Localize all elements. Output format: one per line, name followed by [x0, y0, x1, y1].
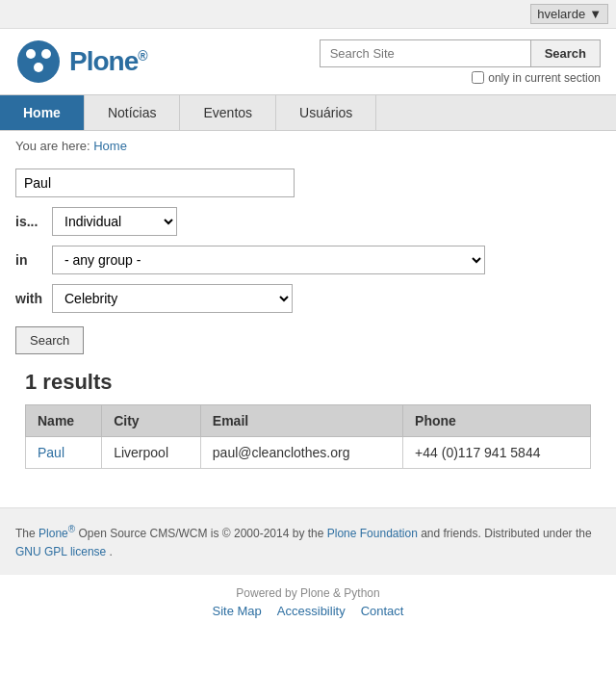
- nav-item-noticias[interactable]: Notícias: [85, 95, 181, 130]
- logo-area: Plone®: [15, 39, 147, 85]
- plone-link[interactable]: Plone®: [38, 527, 75, 540]
- table-row: Paul Liverpool paul@cleanclothes.org +44…: [26, 437, 591, 469]
- main-content: is... Individual Group All in - any grou…: [0, 161, 616, 488]
- top-bar: hvelarde ▼: [0, 0, 616, 29]
- username-label: hvelarde: [537, 7, 585, 21]
- breadcrumb: You are here: Home: [0, 131, 616, 161]
- only-in-section-checkbox[interactable]: [472, 71, 484, 84]
- powered-by: Powered by Plone & Python: [12, 586, 604, 600]
- dropdown-arrow-icon: ▼: [589, 7, 602, 21]
- name-input[interactable]: [15, 168, 295, 197]
- nav-item-eventos[interactable]: Eventos: [180, 95, 276, 130]
- is-row: is... Individual Group All: [15, 207, 601, 236]
- results-table: Name City Email Phone Paul Liverpool pau…: [25, 404, 591, 469]
- cell-email: paul@cleanclothes.org: [200, 437, 402, 469]
- is-select[interactable]: Individual Group All: [52, 207, 177, 236]
- in-row: in - any group -: [15, 246, 601, 274]
- col-email: Email: [200, 405, 402, 437]
- plone-foundation-link[interactable]: Plone Foundation: [327, 527, 418, 540]
- col-phone: Phone: [403, 405, 591, 437]
- name-row: [15, 168, 601, 197]
- logo-text-area: Plone®: [69, 46, 147, 77]
- with-label: with: [15, 291, 44, 306]
- cell-city: Liverpool: [102, 437, 201, 469]
- cell-name: Paul: [26, 437, 102, 469]
- accessibility-link[interactable]: Accessibility: [277, 604, 346, 618]
- footer-text-3: and friends. Distributed under the: [421, 527, 591, 540]
- plone-reg: ®: [68, 524, 75, 534]
- svg-point-1: [26, 49, 36, 59]
- main-nav: Home Notícias Eventos Usuários: [0, 94, 616, 131]
- footer-info: The Plone® Open Source CMS/WCM is © 2000…: [0, 507, 616, 575]
- group-select[interactable]: - any group -: [52, 246, 485, 274]
- plone-logo-icon: [15, 39, 62, 85]
- in-label: in: [15, 252, 44, 268]
- site-search-input[interactable]: [320, 39, 531, 67]
- breadcrumb-prefix: You are here:: [15, 139, 90, 153]
- site-map-link[interactable]: Site Map: [213, 604, 262, 618]
- footer-links: Site Map Accessibility Contact: [12, 604, 604, 618]
- footer-bottom: Powered by Plone & Python Site Map Acces…: [0, 575, 616, 630]
- person-link[interactable]: Paul: [38, 445, 64, 460]
- user-dropdown[interactable]: hvelarde ▼: [530, 4, 608, 24]
- gpl-link[interactable]: GNU GPL license: [15, 545, 106, 558]
- footer-text-4: .: [110, 545, 113, 558]
- site-search-button[interactable]: Search: [531, 39, 601, 67]
- role-select[interactable]: Celebrity Member Manager Reviewer: [52, 284, 293, 313]
- is-label: is...: [15, 214, 44, 229]
- only-in-section-label[interactable]: only in current section: [472, 71, 601, 85]
- header-search-area: Search only in current section: [320, 39, 601, 85]
- table-header-row: Name City Email Phone: [26, 405, 591, 437]
- col-name: Name: [26, 405, 102, 437]
- svg-point-2: [41, 49, 51, 59]
- breadcrumb-home-link[interactable]: Home: [93, 139, 127, 153]
- logo-name: Plone®: [69, 46, 147, 76]
- nav-item-home[interactable]: Home: [0, 95, 85, 130]
- nav-item-usuarios[interactable]: Usuários: [276, 95, 376, 130]
- col-city: City: [102, 405, 201, 437]
- svg-point-3: [34, 63, 43, 72]
- footer-text-2: Open Source CMS/WCM is © 2000-2014 by th…: [78, 527, 326, 540]
- footer-text-1: The: [15, 527, 36, 540]
- cell-phone: +44 (0)117 941 5844: [403, 437, 591, 469]
- form-search-button[interactable]: Search: [15, 326, 84, 354]
- results-heading: 1 results: [25, 370, 601, 395]
- with-row: with Celebrity Member Manager Reviewer: [15, 284, 601, 313]
- header: Plone® Search only in current section: [0, 29, 616, 94]
- svg-point-0: [17, 40, 60, 83]
- search-row: Search: [320, 39, 601, 67]
- contact-link[interactable]: Contact: [361, 604, 404, 618]
